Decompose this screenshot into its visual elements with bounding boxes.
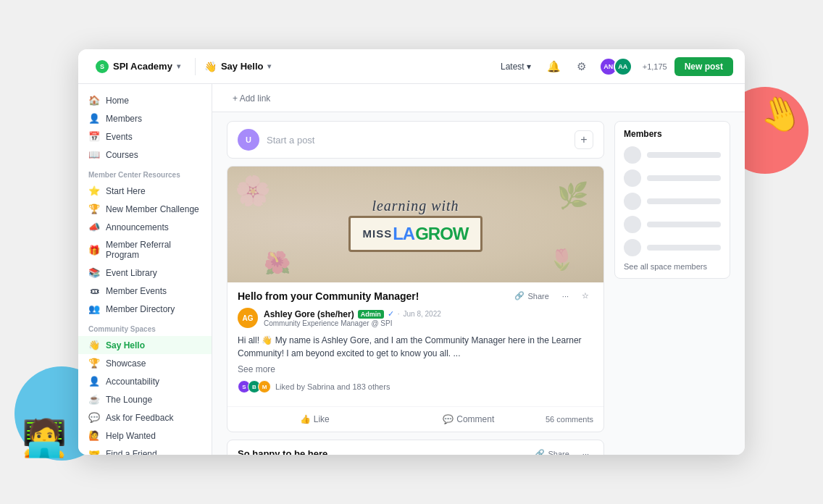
member-avatar-4 xyxy=(624,216,641,233)
verified-icon: ✓ xyxy=(388,309,394,319)
org-selector[interactable]: S SPI Academy ▾ xyxy=(90,57,186,76)
sidebar-item-label: Events xyxy=(106,132,133,142)
members-panel-title: Members xyxy=(624,129,721,139)
sidebar-item-start-here[interactable]: ⭐ Start Here xyxy=(78,182,212,200)
referral-icon: 🎁 xyxy=(88,245,100,256)
bookmark-button[interactable]: ☆ xyxy=(577,290,593,302)
member-row xyxy=(624,193,721,210)
sidebar-item-new-member-challenge[interactable]: 🏆 New Member Challenge xyxy=(78,200,212,218)
post-teaser-actions: 🔗 Share ··· xyxy=(530,448,593,455)
gear-icon: ⚙ xyxy=(577,60,586,73)
post2-more-button[interactable]: ··· xyxy=(578,448,593,455)
sidebar-item-label: The Lounge xyxy=(106,395,152,405)
settings-button[interactable]: ⚙ xyxy=(572,56,592,77)
sidebar-item-announcements[interactable]: 📣 Announcements xyxy=(78,218,212,236)
latest-label: Latest xyxy=(501,62,525,72)
posts-column: U Start a post + 🌸 🌿 xyxy=(227,121,604,455)
member-avatar-3 xyxy=(624,193,641,210)
sidebar-item-member-events[interactable]: 🎟 Member Events xyxy=(78,282,212,300)
feed-area: U Start a post + 🌸 🌿 xyxy=(212,112,745,455)
sidebar-item-courses[interactable]: 📖 Courses xyxy=(78,146,212,164)
lounge-icon: ☕ xyxy=(88,394,100,405)
add-link-button[interactable]: + Add link xyxy=(227,91,276,106)
post2-share-button[interactable]: 🔗 Share xyxy=(530,448,573,455)
member-count: +1,175 xyxy=(643,62,667,71)
avatar-stack: AN AA xyxy=(599,57,632,76)
sidebar-item-showcase[interactable]: 🏆 Showcase xyxy=(78,354,212,372)
bookmark-icon: ☆ xyxy=(582,291,589,301)
sidebar-item-event-library[interactable]: 📚 Event Library xyxy=(78,264,212,282)
member-avatar-5 xyxy=(624,239,641,256)
like-button[interactable]: 👍 Like xyxy=(238,411,391,427)
sign-top-text: learning with xyxy=(372,198,459,214)
sign-miss-text: MISS xyxy=(362,227,392,240)
feedback-icon: 💬 xyxy=(88,412,100,423)
more-options-button[interactable]: ··· xyxy=(558,290,573,302)
sign-grow-text: GROW xyxy=(415,224,468,244)
add-link-label: + Add link xyxy=(233,93,270,104)
composer-plus-button[interactable]: + xyxy=(575,130,593,149)
sidebar-item-label: Ask for Feedback xyxy=(106,413,173,423)
notifications-button[interactable]: 🔔 xyxy=(544,56,564,77)
friend-icon: 🤝 xyxy=(88,448,100,455)
sidebar-item-label: Accountability xyxy=(106,377,159,387)
post-likes-row: S B M Liked by Sabrina and 183 others xyxy=(238,380,593,393)
like-avatars: S B M xyxy=(238,380,271,393)
sidebar-item-the-lounge[interactable]: ☕ The Lounge xyxy=(78,390,212,408)
deco-person-emoji: 🧑‍💻 xyxy=(22,417,67,459)
post-text: Hi all! 👋 My name is Ashley Gore, and I … xyxy=(238,334,593,360)
member-row xyxy=(624,146,721,164)
sidebar-item-label: Start Here xyxy=(106,186,146,196)
new-post-button[interactable]: New post xyxy=(674,57,733,76)
space-title-bar[interactable]: 👋 Say Hello ▾ xyxy=(204,61,272,72)
see-all-members-link[interactable]: See all space members xyxy=(624,262,721,271)
latest-button[interactable]: Latest ▾ xyxy=(495,59,537,75)
sidebar-item-label: Showcase xyxy=(106,358,146,369)
content-header: + Add link xyxy=(212,84,745,112)
challenge-icon: 🏆 xyxy=(88,203,100,214)
divider xyxy=(195,58,196,75)
post-title-row: Hello from your Community Manager! 🔗 Sha… xyxy=(238,290,593,302)
directory-icon: 👥 xyxy=(88,303,100,314)
like-label: Like xyxy=(314,414,330,424)
sidebar-item-members[interactable]: 👤 Members xyxy=(78,109,212,127)
sidebar-item-home[interactable]: 🏠 Home xyxy=(78,91,212,109)
space-name: Say Hello xyxy=(221,61,264,72)
sidebar-item-help-wanted[interactable]: 🙋 Help Wanted xyxy=(78,427,212,445)
comment-button[interactable]: 💬 Comment xyxy=(391,411,545,427)
sidebar-item-label: Home xyxy=(106,96,129,106)
section-label-member-center: Member Center Resources xyxy=(78,164,212,182)
share-icon: 🔗 xyxy=(514,291,525,301)
sidebar-item-ask-feedback[interactable]: 💬 Ask for Feedback xyxy=(78,408,212,427)
author-avatar: AG xyxy=(238,308,258,328)
app-window: S SPI Academy ▾ 👋 Say Hello ▾ Latest ▾ 🔔… xyxy=(78,49,745,455)
member-avatar-1 xyxy=(624,146,641,164)
sidebar-item-events[interactable]: 📅 Events xyxy=(78,127,212,146)
member-events-icon: 🎟 xyxy=(88,285,100,296)
courses-icon: 📖 xyxy=(88,149,100,160)
main-content: + Add link U Start a post + xyxy=(212,84,745,455)
composer-placeholder[interactable]: Start a post xyxy=(267,135,567,146)
sign-la-text: LA xyxy=(393,224,414,244)
help-icon: 🙋 xyxy=(88,430,100,441)
org-name: SPI Academy xyxy=(113,61,172,72)
announcements-icon: 📣 xyxy=(88,222,100,232)
sidebar-item-member-directory[interactable]: 👥 Member Directory xyxy=(78,300,212,318)
space-chevron-icon: ▾ xyxy=(267,62,271,70)
sidebar-item-accountability[interactable]: 👤 Accountability xyxy=(78,372,212,390)
author-title: Community Experience Manager @ SPI xyxy=(264,319,441,327)
sidebar-item-say-hello[interactable]: 👋 Say Hello xyxy=(78,336,212,354)
sidebar-item-referral[interactable]: 🎁 Member Referral Program xyxy=(78,236,212,264)
comment-count: 56 comments xyxy=(546,415,593,424)
sidebar-item-label: Say Hello xyxy=(106,340,145,350)
post-composer: U Start a post + xyxy=(227,121,604,159)
post-image-inner: 🌸 🌿 🌺 🌷 learning with MISS LA xyxy=(227,167,603,282)
sidebar-item-label: Announcements xyxy=(106,222,169,232)
post-footer: 👍 Like 💬 Comment 56 comments xyxy=(227,406,603,432)
see-more-button[interactable]: See more xyxy=(238,364,593,374)
sidebar-item-find-friend[interactable]: 🤝 Find a Friend xyxy=(78,445,212,455)
share-button[interactable]: 🔗 Share xyxy=(510,290,553,302)
author-info: Ashley Gore (she/her) Admin ✓ · Jun 8, 2… xyxy=(264,309,441,327)
showcase-icon: 🏆 xyxy=(88,358,100,369)
like-avatar-3: M xyxy=(258,380,271,393)
